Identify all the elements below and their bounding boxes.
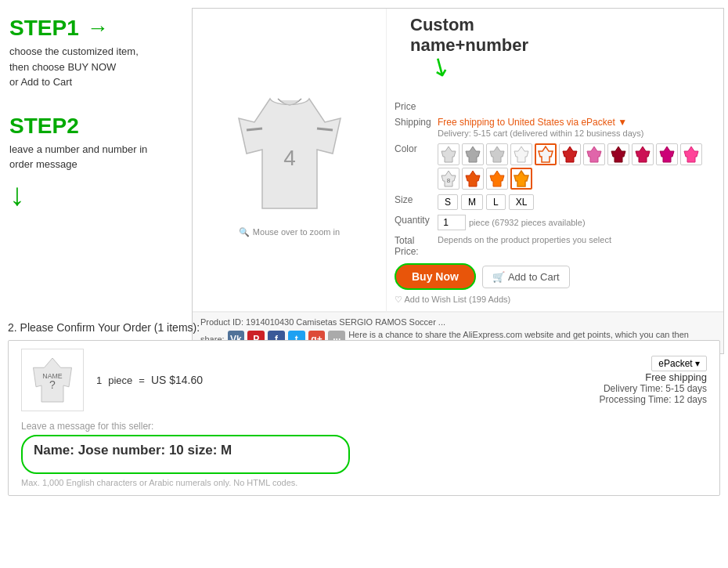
zoom-hint: 🔍 Mouse over to zoom in	[239, 227, 340, 237]
color-swatch-pink[interactable]	[583, 143, 605, 165]
order-price: US $14.60	[151, 374, 203, 386]
size-l-button[interactable]: L	[486, 194, 506, 210]
cart-icon: 🛒	[492, 271, 505, 283]
color-swatch-white2[interactable]	[510, 143, 532, 165]
product-image-section: 4 🔍 Mouse over to zoom in Custom name+nu…	[193, 9, 723, 312]
action-buttons: Buy Now 🛒 Add to Cart	[395, 263, 715, 290]
color-swatch-orange[interactable]	[462, 168, 484, 190]
color-swatch-gray[interactable]	[462, 143, 484, 165]
quantity-wrap: piece (67932 pieces available)	[438, 215, 586, 230]
color-swatch-darkpink[interactable]	[632, 143, 654, 165]
total-label: Total Price:	[395, 235, 438, 257]
price-label: Price	[395, 101, 438, 112]
size-label: Size	[395, 194, 438, 205]
down-arrow-icon: ↓	[9, 177, 182, 212]
order-box: NAME ? 1 piece = US $14.60 ePacket ▾ Fre…	[8, 340, 720, 496]
product-image: 4	[227, 83, 352, 224]
shipping-value: Free shipping to United States via ePack…	[438, 117, 715, 139]
svg-text:8: 8	[447, 177, 451, 184]
left-instructions-panel: STEP1 → choose the customized item, then…	[0, 8, 192, 220]
message-box-wrap	[21, 435, 707, 476]
color-swatch-selected[interactable]	[535, 143, 557, 165]
order-quantity: 1	[96, 374, 102, 386]
product-area: 4 🔍 Mouse over to zoom in Custom name+nu…	[192, 8, 724, 354]
step2-label: STEP2	[9, 114, 79, 139]
color-swatch-magenta[interactable]	[656, 143, 678, 165]
quantity-label: Quantity	[395, 215, 438, 226]
custom-label: Custom name+number	[410, 15, 528, 56]
buy-now-button[interactable]: Buy Now	[395, 263, 476, 290]
svg-line-1	[247, 128, 262, 130]
step1-label: STEP1	[9, 16, 79, 41]
size-s-button[interactable]: S	[438, 194, 458, 210]
step1-arrow: →	[87, 16, 109, 41]
order-qty-price: 1 piece = US $14.60	[96, 374, 587, 386]
processing-time: Processing Time: 12 days	[600, 394, 707, 405]
color-swatch-red[interactable]	[559, 143, 581, 165]
color-swatch-darkred[interactable]	[607, 143, 629, 165]
message-input[interactable]	[21, 435, 350, 474]
free-shipping-label: Free shipping	[645, 371, 707, 383]
heart-icon: ♡	[395, 295, 402, 304]
color-swatches: 8	[438, 143, 715, 190]
color-swatch-lightgray[interactable]	[486, 143, 508, 165]
confirm-section: 2. Please Confirm Your Order (1 items): …	[0, 321, 728, 496]
order-equals: =	[139, 374, 145, 386]
total-price-value: Depends on the product properties you se…	[438, 235, 611, 244]
order-shipping-info: ePacket ▾ Free shipping Delivery Time: 5…	[600, 356, 707, 405]
message-hint: Max. 1,000 English characters or Arabic …	[21, 478, 707, 487]
order-thumbnail-image: NAME ?	[25, 353, 80, 407]
svg-line-2	[317, 128, 333, 130]
svg-text:?: ?	[49, 378, 56, 391]
color-swatch-brightpink[interactable]	[680, 143, 702, 165]
size-buttons: S M L XL	[438, 194, 534, 210]
custom-arrow-icon: ↙	[423, 49, 456, 85]
confirm-title: 2. Please Confirm Your Order (1 items):	[8, 321, 720, 334]
size-xl-button[interactable]: XL	[509, 194, 535, 210]
size-m-button[interactable]: M	[461, 194, 483, 210]
shipping-label: Shipping	[395, 117, 438, 128]
color-label: Color	[395, 143, 438, 154]
wishlist-row: ♡ Add to Wish List (199 Adds)	[395, 295, 715, 305]
quantity-input[interactable]	[438, 215, 466, 230]
svg-text:4: 4	[283, 146, 296, 170]
message-label: Leave a message for this seller:	[21, 421, 707, 432]
color-swatch-orange2[interactable]	[486, 168, 508, 190]
delivery-time: Delivery Time: 5-15 days	[604, 383, 707, 394]
order-thumbnail: NAME ?	[21, 349, 84, 411]
message-section: Leave a message for this seller: Max. 1,…	[21, 421, 707, 487]
epacket-button[interactable]: ePacket ▾	[651, 356, 707, 371]
step1-description: choose the customized item, then choose …	[9, 44, 182, 90]
add-to-cart-button[interactable]: 🛒 Add to Cart	[482, 266, 570, 288]
product-image-wrap: 4 🔍 Mouse over to zoom in	[193, 9, 387, 311]
order-piece-label: piece	[108, 374, 132, 386]
color-swatch-white[interactable]	[438, 143, 460, 165]
quantity-available: piece (67932 pieces available)	[469, 218, 586, 227]
step2-description: leave a number and number in order messa…	[9, 142, 182, 172]
color-swatch-numbered[interactable]: 8	[438, 168, 460, 190]
product-info-section: Custom name+number ↙ Price Shipping Free…	[387, 9, 723, 311]
color-swatch-gold[interactable]	[510, 168, 532, 190]
order-item-row: NAME ? 1 piece = US $14.60 ePacket ▾ Fre…	[21, 349, 707, 411]
